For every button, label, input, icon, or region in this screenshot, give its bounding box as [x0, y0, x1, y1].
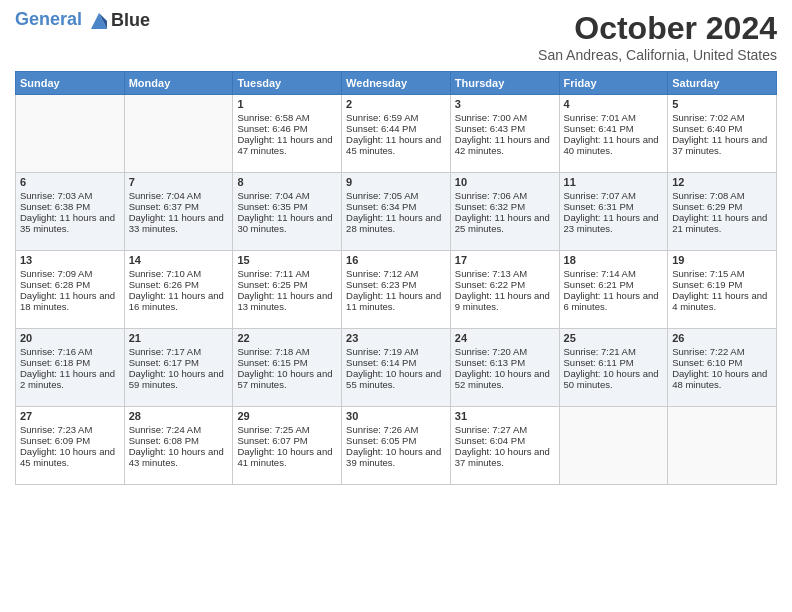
day-info: Daylight: 11 hours and 11 minutes.: [346, 290, 446, 312]
day-info: Sunrise: 7:07 AM: [564, 190, 664, 201]
day-info: Sunset: 6:19 PM: [672, 279, 772, 290]
day-info: Daylight: 10 hours and 57 minutes.: [237, 368, 337, 390]
day-info: Sunrise: 7:19 AM: [346, 346, 446, 357]
logo-icon: [89, 11, 109, 31]
logo-general: General: [15, 9, 82, 29]
calendar-cell: 12Sunrise: 7:08 AMSunset: 6:29 PMDayligh…: [668, 173, 777, 251]
day-info: Sunset: 6:15 PM: [237, 357, 337, 368]
header-row: Sunday Monday Tuesday Wednesday Thursday…: [16, 72, 777, 95]
day-info: Sunset: 6:44 PM: [346, 123, 446, 134]
day-info: Daylight: 11 hours and 6 minutes.: [564, 290, 664, 312]
location: San Andreas, California, United States: [538, 47, 777, 63]
day-info: Sunset: 6:11 PM: [564, 357, 664, 368]
day-info: Sunrise: 7:26 AM: [346, 424, 446, 435]
calendar-cell: 24Sunrise: 7:20 AMSunset: 6:13 PMDayligh…: [450, 329, 559, 407]
day-number: 16: [346, 254, 446, 266]
day-info: Daylight: 11 hours and 30 minutes.: [237, 212, 337, 234]
day-number: 27: [20, 410, 120, 422]
calendar-cell: 18Sunrise: 7:14 AMSunset: 6:21 PMDayligh…: [559, 251, 668, 329]
day-info: Daylight: 11 hours and 13 minutes.: [237, 290, 337, 312]
day-info: Daylight: 11 hours and 42 minutes.: [455, 134, 555, 156]
day-number: 13: [20, 254, 120, 266]
day-number: 15: [237, 254, 337, 266]
calendar-cell: 14Sunrise: 7:10 AMSunset: 6:26 PMDayligh…: [124, 251, 233, 329]
calendar-cell: 21Sunrise: 7:17 AMSunset: 6:17 PMDayligh…: [124, 329, 233, 407]
header: General Blue October 2024 San Andreas, C…: [15, 10, 777, 63]
day-info: Daylight: 11 hours and 21 minutes.: [672, 212, 772, 234]
calendar-cell: 23Sunrise: 7:19 AMSunset: 6:14 PMDayligh…: [342, 329, 451, 407]
day-info: Sunset: 6:22 PM: [455, 279, 555, 290]
day-info: Daylight: 10 hours and 45 minutes.: [20, 446, 120, 468]
day-number: 28: [129, 410, 229, 422]
day-info: Sunset: 6:25 PM: [237, 279, 337, 290]
calendar-cell: 25Sunrise: 7:21 AMSunset: 6:11 PMDayligh…: [559, 329, 668, 407]
day-info: Daylight: 11 hours and 28 minutes.: [346, 212, 446, 234]
col-wednesday: Wednesday: [342, 72, 451, 95]
calendar-cell: 10Sunrise: 7:06 AMSunset: 6:32 PMDayligh…: [450, 173, 559, 251]
day-info: Daylight: 10 hours and 39 minutes.: [346, 446, 446, 468]
calendar-cell: 4Sunrise: 7:01 AMSunset: 6:41 PMDaylight…: [559, 95, 668, 173]
calendar-cell: 30Sunrise: 7:26 AMSunset: 6:05 PMDayligh…: [342, 407, 451, 485]
calendar-cell: 11Sunrise: 7:07 AMSunset: 6:31 PMDayligh…: [559, 173, 668, 251]
calendar-week-5: 27Sunrise: 7:23 AMSunset: 6:09 PMDayligh…: [16, 407, 777, 485]
day-info: Sunrise: 7:11 AM: [237, 268, 337, 279]
day-number: 31: [455, 410, 555, 422]
day-number: 1: [237, 98, 337, 110]
day-info: Sunset: 6:37 PM: [129, 201, 229, 212]
day-info: Sunset: 6:21 PM: [564, 279, 664, 290]
day-info: Sunset: 6:28 PM: [20, 279, 120, 290]
calendar-cell: [668, 407, 777, 485]
calendar-cell: 15Sunrise: 7:11 AMSunset: 6:25 PMDayligh…: [233, 251, 342, 329]
day-info: Sunrise: 7:16 AM: [20, 346, 120, 357]
day-info: Sunrise: 7:12 AM: [346, 268, 446, 279]
calendar-cell: 2Sunrise: 6:59 AMSunset: 6:44 PMDaylight…: [342, 95, 451, 173]
day-info: Daylight: 11 hours and 33 minutes.: [129, 212, 229, 234]
day-info: Daylight: 11 hours and 40 minutes.: [564, 134, 664, 156]
day-info: Sunrise: 7:09 AM: [20, 268, 120, 279]
day-info: Sunrise: 7:25 AM: [237, 424, 337, 435]
day-info: Daylight: 11 hours and 16 minutes.: [129, 290, 229, 312]
day-number: 6: [20, 176, 120, 188]
calendar-cell: 8Sunrise: 7:04 AMSunset: 6:35 PMDaylight…: [233, 173, 342, 251]
day-info: Sunrise: 7:21 AM: [564, 346, 664, 357]
day-info: Daylight: 11 hours and 35 minutes.: [20, 212, 120, 234]
day-info: Sunrise: 7:10 AM: [129, 268, 229, 279]
day-info: Sunset: 6:35 PM: [237, 201, 337, 212]
logo-blue: Blue: [111, 10, 150, 31]
day-number: 26: [672, 332, 772, 344]
col-saturday: Saturday: [668, 72, 777, 95]
day-info: Sunrise: 7:22 AM: [672, 346, 772, 357]
col-friday: Friday: [559, 72, 668, 95]
day-number: 9: [346, 176, 446, 188]
day-info: Daylight: 10 hours and 55 minutes.: [346, 368, 446, 390]
day-info: Sunset: 6:10 PM: [672, 357, 772, 368]
calendar-table: Sunday Monday Tuesday Wednesday Thursday…: [15, 71, 777, 485]
day-info: Daylight: 11 hours and 25 minutes.: [455, 212, 555, 234]
calendar-cell: 29Sunrise: 7:25 AMSunset: 6:07 PMDayligh…: [233, 407, 342, 485]
logo: General Blue: [15, 10, 150, 31]
day-number: 10: [455, 176, 555, 188]
col-monday: Monday: [124, 72, 233, 95]
day-info: Sunrise: 7:24 AM: [129, 424, 229, 435]
day-info: Sunrise: 7:00 AM: [455, 112, 555, 123]
day-info: Sunset: 6:38 PM: [20, 201, 120, 212]
calendar-cell: 16Sunrise: 7:12 AMSunset: 6:23 PMDayligh…: [342, 251, 451, 329]
day-info: Daylight: 11 hours and 2 minutes.: [20, 368, 120, 390]
calendar-cell: [124, 95, 233, 173]
day-number: 24: [455, 332, 555, 344]
day-info: Sunset: 6:26 PM: [129, 279, 229, 290]
day-info: Sunrise: 6:58 AM: [237, 112, 337, 123]
day-number: 11: [564, 176, 664, 188]
day-info: Sunrise: 7:20 AM: [455, 346, 555, 357]
day-info: Sunrise: 7:06 AM: [455, 190, 555, 201]
day-number: 23: [346, 332, 446, 344]
day-info: Daylight: 10 hours and 41 minutes.: [237, 446, 337, 468]
day-info: Sunrise: 7:08 AM: [672, 190, 772, 201]
day-number: 14: [129, 254, 229, 266]
day-number: 22: [237, 332, 337, 344]
page: General Blue October 2024 San Andreas, C…: [0, 0, 792, 612]
day-info: Daylight: 11 hours and 18 minutes.: [20, 290, 120, 312]
day-number: 12: [672, 176, 772, 188]
calendar-cell: 3Sunrise: 7:00 AMSunset: 6:43 PMDaylight…: [450, 95, 559, 173]
col-thursday: Thursday: [450, 72, 559, 95]
